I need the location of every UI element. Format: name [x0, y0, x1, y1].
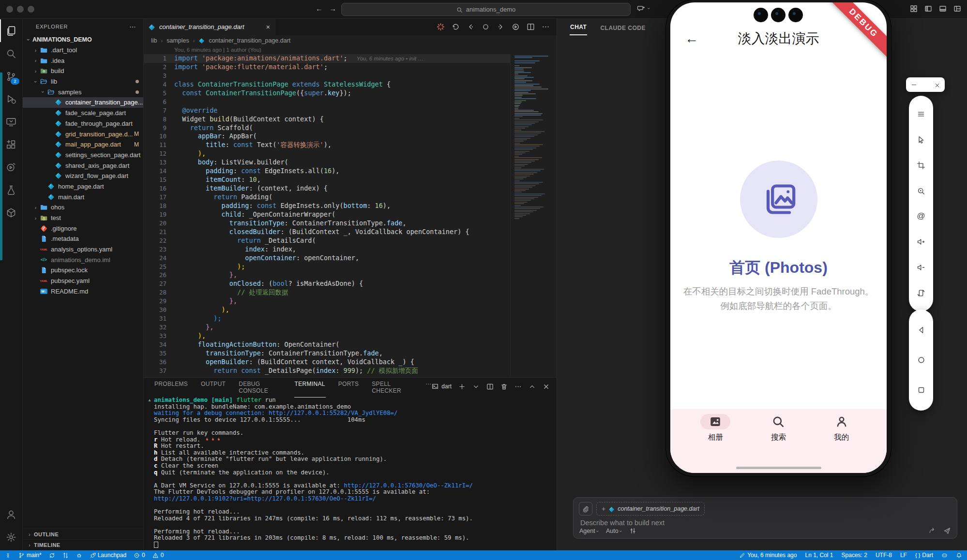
status-braces[interactable]: { }Dart — [915, 552, 933, 559]
status-bell[interactable] — [956, 552, 962, 559]
tree-item-pubspec-yaml[interactable]: YAMLpubspec.yaml — [22, 276, 143, 286]
history-back-icon[interactable]: ← — [316, 4, 323, 13]
tree-item-mail-app-page-dart[interactable]: mail_app_page.dartM — [22, 139, 143, 150]
tree-item-analysis-options-yaml[interactable]: YAMLanalysis_options.yaml — [22, 244, 143, 255]
tree-item-test[interactable]: ›test — [22, 213, 143, 223]
terminal-profile[interactable]: dart — [432, 383, 452, 390]
tree-item-home-page-dart[interactable]: home_page.dart — [22, 181, 143, 192]
terminal-collapse-icon[interactable]: ▲ — [148, 398, 151, 402]
tree-item-wizard-flow-page-dart[interactable]: wizard_flow_page.dart — [22, 171, 143, 181]
close-icon[interactable] — [543, 383, 550, 390]
crop-icon[interactable] — [914, 158, 928, 173]
step-over-icon[interactable] — [497, 23, 505, 31]
add-icon[interactable] — [458, 383, 466, 390]
model-dropdown[interactable]: Auto› — [606, 528, 621, 534]
tree-item-main-dart[interactable]: main.dart — [22, 192, 143, 202]
tree-item-pubspec-lock[interactable]: pubspec.lock — [22, 265, 143, 276]
status-copilot[interactable] — [941, 552, 948, 559]
timeline-section[interactable]: ›TIMELINE — [22, 539, 143, 550]
panel-tab-spell-checker[interactable]: SPELL CHECKER — [371, 376, 413, 398]
minimap[interactable] — [510, 54, 557, 377]
panel-bottom-icon[interactable] — [939, 4, 947, 13]
layout-custom-icon[interactable] — [953, 4, 961, 13]
attach-file-button[interactable] — [579, 502, 592, 516]
status-rocket[interactable]: Launchpad — [90, 552, 126, 559]
tree-item-fade-scale-page-dart[interactable]: fade_scale_page.dart — [22, 108, 143, 118]
breadcrumb-item[interactable]: lib — [151, 37, 157, 44]
tree-item--gitignore[interactable]: .gitignore — [22, 223, 143, 234]
split-editor-icon[interactable] — [486, 383, 494, 390]
send-button[interactable] — [943, 527, 951, 535]
tree-item-animations-demo-iml[interactable]: </>animations_demo.iml — [22, 254, 143, 265]
restart-icon[interactable] — [452, 23, 460, 31]
activity-remote-explorer[interactable] — [0, 110, 22, 133]
maximize-window-button[interactable] — [28, 6, 34, 13]
panel-tab-output[interactable]: OUTPUT — [200, 376, 226, 398]
tree-item-build[interactable]: ›build — [22, 66, 143, 76]
more-icon[interactable] — [542, 23, 550, 31]
attached-file-chip[interactable]: + container_transition_page.dart — [596, 502, 705, 516]
volume-down-icon[interactable] — [914, 260, 928, 275]
activity-run-profile[interactable] — [0, 156, 22, 178]
tab-chat[interactable]: CHAT — [570, 19, 587, 35]
activity-testing[interactable] — [0, 178, 22, 201]
tree-item-shared-axis-page-dart[interactable]: shared_axis_page.dart — [22, 160, 143, 171]
play-icon[interactable] — [512, 23, 520, 31]
status-lf[interactable]: LF — [900, 552, 907, 559]
tree-item-animations-demo[interactable]: ›ANIMATIONS_DEMO — [22, 34, 143, 45]
close-window-button[interactable] — [6, 6, 13, 13]
activity-run-debug[interactable] — [0, 88, 22, 110]
breadcrumb-item[interactable]: container_transition_page.dart — [209, 37, 290, 44]
activity-explorer[interactable] — [0, 19, 22, 42]
breadcrumb-item[interactable]: samples — [166, 37, 189, 44]
recents-button[interactable] — [914, 383, 928, 397]
tree-item-lib[interactable]: ›lib — [22, 76, 143, 87]
status-utf-8[interactable]: UTF-8 — [876, 552, 892, 559]
close-icon[interactable] — [934, 81, 940, 88]
outline-section[interactable]: ›OUTLINE — [22, 529, 143, 540]
terminal-output[interactable]: animations_demo [main] flutter runinstal… — [154, 397, 553, 549]
tab-container-transition-page[interactable]: container_transition_page.dart × — [143, 18, 275, 35]
mention-icon[interactable]: @ — [914, 209, 928, 223]
status-pencil[interactable]: You, 6 minutes ago — [739, 552, 797, 559]
tree-item--dart-tool[interactable]: ›.dart_tool — [22, 45, 143, 56]
close-tab-icon[interactable]: × — [266, 23, 270, 31]
status-branch[interactable]: main* — [18, 552, 42, 559]
inspect-icon[interactable] — [914, 184, 928, 198]
tree-item-container-transition-page-[interactable]: container_transition_page.... — [22, 97, 143, 108]
minimize-icon[interactable] — [910, 81, 918, 88]
history-forward-icon[interactable]: → — [329, 4, 336, 13]
activity-infra[interactable] — [0, 201, 22, 224]
pointer-icon[interactable] — [914, 133, 928, 147]
tree-item--metadata[interactable]: .metadata — [22, 234, 143, 244]
tree-item-ohos[interactable]: ›ohos — [22, 202, 143, 213]
menu-icon[interactable] — [914, 107, 928, 121]
home-button[interactable] — [914, 353, 928, 367]
copilot-chat-button[interactable]: › — [637, 4, 650, 13]
rotate-icon[interactable] — [914, 286, 928, 300]
activity-account[interactable] — [0, 503, 22, 526]
panel-tab-ports[interactable]: PORTS — [338, 376, 360, 398]
activity-settings[interactable] — [0, 526, 22, 548]
tree-item-fade-through-page-dart[interactable]: fade_through_page.dart — [22, 118, 143, 129]
panel-left-icon[interactable] — [924, 4, 932, 13]
panel-tab-terminal[interactable]: TERMINAL — [294, 376, 326, 398]
split-editor-icon[interactable] — [527, 23, 535, 31]
tree-item--idea[interactable]: ›.idea — [22, 55, 143, 66]
code-editor[interactable]: 1234567891011121314151617181920212223242… — [143, 54, 557, 377]
back-button[interactable] — [914, 323, 928, 338]
nav-我的[interactable]: 我的 — [819, 414, 864, 473]
activity-extensions[interactable] — [0, 133, 22, 156]
activity-source-control[interactable]: 2 — [0, 65, 22, 88]
nav-搜索[interactable]: 搜索 — [756, 414, 801, 473]
trash-icon[interactable] — [500, 383, 508, 390]
minimize-window-button[interactable] — [17, 6, 24, 13]
status-remote[interactable] — [5, 552, 11, 559]
tree-item-grid-transition-page-d-[interactable]: grid_transition_page.d...M — [22, 129, 143, 139]
panel-more-icon[interactable]: ⋯ — [425, 376, 432, 398]
status-sync[interactable] — [49, 552, 55, 559]
app-screen[interactable]: DEBUG ← 淡入淡出演示 首页 (Photos) 在不相关的目标之间切换时使… — [670, 2, 887, 473]
volume-up-icon[interactable] — [914, 235, 928, 249]
agent-mode-dropdown[interactable]: Agent› — [579, 528, 598, 534]
more-icon[interactable] — [514, 383, 522, 390]
